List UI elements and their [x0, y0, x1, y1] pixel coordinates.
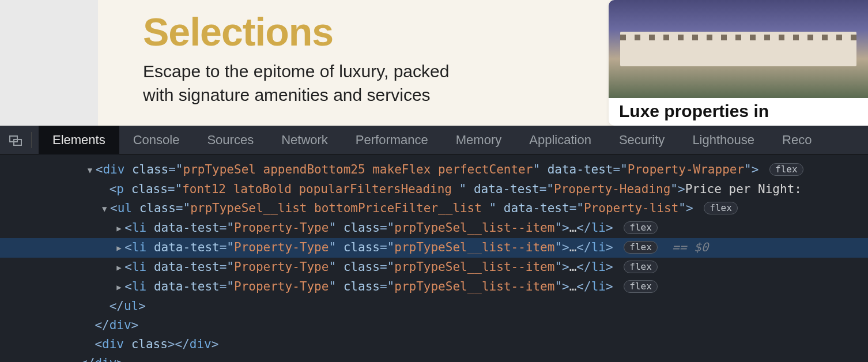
dom-node-list-item[interactable]: ▶<li data-test="Property-Type" class="pr… — [0, 277, 868, 297]
webpage-viewport: Selections Escape to the epitome of luxu… — [0, 0, 868, 126]
dom-node-wrapper[interactable]: ▼<div class="prpTypeSel appendBottom25 m… — [0, 160, 868, 180]
expand-arrow-icon[interactable]: ▶ — [116, 278, 124, 297]
flex-badge: flex — [624, 261, 658, 273]
dom-node-empty-div[interactable]: <div class></div> — [0, 335, 868, 354]
tab-performance[interactable]: Performance — [342, 126, 442, 154]
tab-security[interactable]: Security — [605, 126, 678, 154]
dom-node-close-outer[interactable]: </div> — [0, 354, 868, 362]
dom-node-close-ul[interactable]: </ul> — [0, 297, 868, 316]
dom-node-heading[interactable]: <p class="font12 latoBold popularFilters… — [0, 180, 868, 199]
expand-arrow-icon[interactable]: ▶ — [116, 239, 124, 258]
tab-elements[interactable]: Elements — [39, 126, 119, 154]
promo-card-image — [609, 0, 868, 98]
tab-sources[interactable]: Sources — [193, 126, 267, 154]
tab-recorder[interactable]: Reco — [768, 126, 825, 154]
expand-arrow-icon[interactable]: ▶ — [116, 219, 124, 238]
dom-node-close-div[interactable]: </div> — [0, 316, 868, 335]
flex-badge: flex — [769, 163, 803, 176]
flex-badge: flex — [704, 202, 738, 214]
page-subtitle: Escape to the epitome of luxury, packed … — [143, 60, 449, 107]
hero-section: Selections Escape to the epitome of luxu… — [98, 0, 868, 126]
selected-node-indicator: == $0 — [672, 240, 708, 254]
subtitle-line-2: with signature amenities and services — [143, 85, 431, 104]
tab-lighthouse[interactable]: Lighthouse — [678, 126, 768, 154]
tab-network[interactable]: Network — [267, 126, 342, 154]
promo-card[interactable]: Luxe properties in — [609, 0, 868, 126]
flex-badge: flex — [624, 221, 658, 234]
dom-node-list-item[interactable]: ▶<li data-test="Property-Type" class="pr… — [0, 238, 868, 258]
expand-arrow-icon[interactable]: ▼ — [88, 161, 96, 180]
dom-node-list-item[interactable]: ▶<li data-test="Property-Type" class="pr… — [0, 218, 868, 238]
subtitle-line-1: Escape to the epitome of luxury, packed — [143, 62, 449, 81]
tab-application[interactable]: Application — [515, 126, 605, 154]
flex-badge: flex — [624, 241, 658, 254]
flex-badge: flex — [624, 280, 658, 293]
hero-text: Selections Escape to the epitome of luxu… — [98, 0, 449, 126]
page-title: Selections — [143, 9, 449, 54]
dom-node-list-item[interactable]: ▶<li data-test="Property-Type" class="pr… — [0, 258, 868, 277]
devtools-tabbar: Elements Console Sources Network Perform… — [0, 126, 868, 154]
devtools-panel: Elements Console Sources Network Perform… — [0, 126, 868, 362]
dock-icon[interactable] — [7, 131, 24, 149]
dom-tree[interactable]: ▼<div class="prpTypeSel appendBottom25 m… — [0, 154, 868, 362]
dom-node-list[interactable]: ▼<ul class="prpTypeSel__list bottomPrice… — [0, 199, 868, 218]
promo-card-caption: Luxe properties in — [609, 98, 868, 121]
tab-memory[interactable]: Memory — [442, 126, 515, 154]
expand-arrow-icon[interactable]: ▼ — [102, 199, 110, 218]
tabbar-separator — [31, 132, 32, 148]
tab-console[interactable]: Console — [119, 126, 194, 154]
expand-arrow-icon[interactable]: ▶ — [116, 258, 124, 277]
